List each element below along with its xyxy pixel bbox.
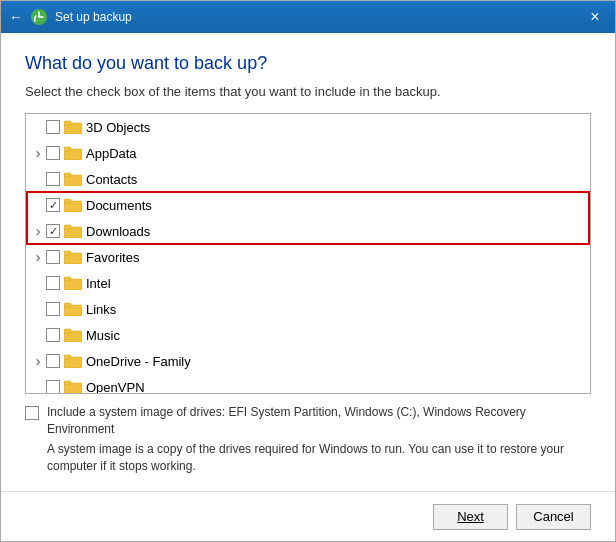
svg-rect-20 <box>64 355 71 359</box>
item-label: Documents <box>86 198 152 213</box>
item-label: Intel <box>86 276 111 291</box>
item-checkbox[interactable]: ✓ <box>46 224 60 238</box>
expand-arrow[interactable]: › <box>30 353 46 369</box>
svg-rect-12 <box>64 251 71 255</box>
svg-rect-10 <box>64 225 71 229</box>
item-label: Downloads <box>86 224 150 239</box>
title-bar-text: Set up backup <box>55 10 132 24</box>
system-image-checkbox[interactable] <box>25 406 39 420</box>
item-checkbox[interactable] <box>46 250 60 264</box>
folder-icon <box>64 380 82 393</box>
svg-rect-16 <box>64 303 71 307</box>
folder-icon <box>64 276 82 290</box>
next-button[interactable]: Next <box>433 504 508 530</box>
folder-icon <box>64 302 82 316</box>
list-item[interactable]: Music <box>26 322 590 348</box>
bottom-section: Include a system image of drives: EFI Sy… <box>25 404 591 479</box>
list-item[interactable]: ›✓ Downloads <box>26 218 590 244</box>
footer: Next Cancel <box>1 491 615 541</box>
item-checkbox[interactable] <box>46 120 60 134</box>
item-label: OpenVPN <box>86 380 145 393</box>
list-item[interactable]: ✓ Documents <box>26 192 590 218</box>
item-label: 3D Objects <box>86 120 150 135</box>
folder-icon <box>64 120 82 134</box>
svg-rect-8 <box>64 199 71 203</box>
list-item[interactable]: OpenVPN <box>26 374 590 393</box>
system-image-label: Include a system image of drives: EFI Sy… <box>47 404 591 438</box>
item-label: Favorites <box>86 250 139 265</box>
close-button[interactable]: × <box>583 5 607 29</box>
backup-icon <box>29 7 49 27</box>
main-content: What do you want to back up? Select the … <box>1 33 615 491</box>
file-list[interactable]: 3D Objects› AppData Contacts✓ Documents›… <box>26 114 590 393</box>
list-item[interactable]: Intel <box>26 270 590 296</box>
expand-arrow[interactable]: › <box>30 249 46 265</box>
item-checkbox[interactable] <box>46 328 60 342</box>
svg-rect-18 <box>64 329 71 333</box>
list-item[interactable]: Contacts <box>26 166 590 192</box>
back-button[interactable]: ← <box>9 9 23 25</box>
folder-icon <box>64 224 82 238</box>
item-checkbox[interactable]: ✓ <box>46 198 60 212</box>
page-title: What do you want to back up? <box>25 53 591 74</box>
item-checkbox[interactable] <box>46 276 60 290</box>
folder-icon <box>64 250 82 264</box>
item-checkbox[interactable] <box>46 354 60 368</box>
folder-icon <box>64 198 82 212</box>
svg-rect-6 <box>64 173 71 177</box>
title-bar-left: ← Set up backup <box>9 7 132 27</box>
svg-rect-22 <box>64 381 71 385</box>
item-label: Links <box>86 302 116 317</box>
svg-rect-2 <box>64 121 71 125</box>
list-item[interactable]: › OneDrive - Family <box>26 348 590 374</box>
window: ← Set up backup × What do you want to ba… <box>0 0 616 542</box>
list-item[interactable]: Links <box>26 296 590 322</box>
item-checkbox[interactable] <box>46 302 60 316</box>
item-label: Music <box>86 328 120 343</box>
system-image-row: Include a system image of drives: EFI Sy… <box>25 404 591 438</box>
subtitle: Select the check box of the items that y… <box>25 84 591 99</box>
folder-icon <box>64 328 82 342</box>
item-label: Contacts <box>86 172 137 187</box>
svg-rect-4 <box>64 147 71 151</box>
item-checkbox[interactable] <box>46 380 60 393</box>
expand-arrow[interactable]: › <box>30 223 46 239</box>
expand-arrow[interactable]: › <box>30 145 46 161</box>
title-bar: ← Set up backup × <box>1 1 615 33</box>
system-image-description: A system image is a copy of the drives r… <box>47 441 591 475</box>
item-checkbox[interactable] <box>46 172 60 186</box>
item-label: AppData <box>86 146 137 161</box>
svg-rect-14 <box>64 277 71 281</box>
folder-icon <box>64 172 82 186</box>
list-item[interactable]: 3D Objects <box>26 114 590 140</box>
cancel-button[interactable]: Cancel <box>516 504 591 530</box>
item-label: OneDrive - Family <box>86 354 191 369</box>
folder-icon <box>64 146 82 160</box>
file-list-container: 3D Objects› AppData Contacts✓ Documents›… <box>25 113 591 394</box>
list-item[interactable]: › AppData <box>26 140 590 166</box>
list-item[interactable]: › Favorites <box>26 244 590 270</box>
item-checkbox[interactable] <box>46 146 60 160</box>
folder-icon <box>64 354 82 368</box>
